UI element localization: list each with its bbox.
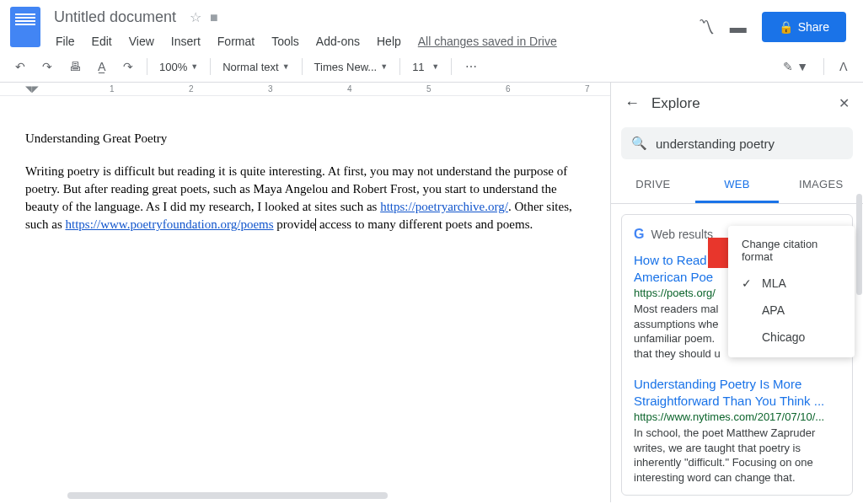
- font-size-dropdown[interactable]: 11▼: [407, 57, 444, 77]
- result-title[interactable]: Understanding Poetry Is More Straightfor…: [634, 376, 840, 409]
- move-folder-icon[interactable]: ■: [210, 10, 218, 25]
- tab-web[interactable]: WEB: [695, 168, 780, 203]
- menu-bar: File Edit View Insert Format Tools Add-o…: [49, 31, 698, 51]
- menu-addons[interactable]: Add-ons: [309, 31, 367, 51]
- doc-link-1[interactable]: https://poetryarchive.org/: [380, 200, 508, 213]
- menu-file[interactable]: File: [49, 31, 82, 51]
- document-title[interactable]: Untitled document: [49, 7, 181, 28]
- doc-heading[interactable]: Understanding Great Poetry: [25, 130, 585, 147]
- vertical-scrollbar[interactable]: [856, 194, 862, 295]
- document-area[interactable]: ◥◤ 1 2 3 4 5 6 7 Understanding Great Poe…: [0, 83, 610, 502]
- citation-option-chicago[interactable]: Chicago: [728, 324, 855, 351]
- explore-close-icon[interactable]: ✕: [839, 95, 850, 111]
- style-dropdown[interactable]: Normal text▼: [217, 57, 294, 77]
- tab-drive[interactable]: DRIVE: [611, 168, 695, 203]
- collapse-toolbar-button[interactable]: ᐱ: [833, 55, 855, 78]
- results-label: Web results: [651, 228, 713, 241]
- search-result[interactable]: Understanding Poetry Is More Straightfor…: [634, 376, 840, 485]
- edit-mode-button[interactable]: ✎ ▼: [776, 55, 815, 78]
- explore-panel: ← Explore ✕ 🔍 DRIVE WEB IMAGES G Web res…: [610, 83, 863, 502]
- doc-paragraph[interactable]: Writing poetry is difficult but reading …: [25, 163, 585, 233]
- menu-tools[interactable]: Tools: [265, 31, 306, 51]
- document-page[interactable]: Understanding Great Poetry Writing poetr…: [0, 96, 610, 267]
- explore-tabs: DRIVE WEB IMAGES: [611, 168, 863, 204]
- ruler[interactable]: ◥◤ 1 2 3 4 5 6 7: [0, 83, 610, 96]
- zoom-dropdown[interactable]: 100%▼: [154, 57, 203, 77]
- docs-app-icon[interactable]: [10, 7, 40, 47]
- share-button[interactable]: 🔒 Share: [762, 12, 846, 42]
- toolbar: ↶ ↷ 🖶 A̲ ↷ 100%▼ Normal text▼ Times New.…: [0, 51, 863, 83]
- doc-link-2[interactable]: https://www.poetryfoundation.org/poems: [66, 217, 274, 231]
- explore-title: Explore: [651, 95, 827, 112]
- search-icon: 🔍: [631, 136, 647, 151]
- redo-button[interactable]: ↷: [35, 55, 59, 78]
- spellcheck-button[interactable]: A̲: [91, 55, 113, 78]
- print-button[interactable]: 🖶: [62, 55, 88, 78]
- activity-trend-icon[interactable]: 〽: [698, 18, 715, 37]
- paint-format-button[interactable]: ↷: [116, 55, 140, 78]
- tab-images[interactable]: IMAGES: [779, 168, 863, 203]
- citation-format-menu: Change citation format MLA APA Chicago: [728, 226, 855, 357]
- menu-help[interactable]: Help: [370, 31, 408, 51]
- result-url: https://www.nytimes.com/2017/07/10/...: [634, 410, 840, 423]
- citation-menu-header: Change citation format: [728, 233, 855, 270]
- share-label: Share: [798, 20, 829, 34]
- explore-back-icon[interactable]: ←: [624, 94, 640, 112]
- menu-edit[interactable]: Edit: [85, 31, 119, 51]
- citation-option-apa[interactable]: APA: [728, 297, 855, 324]
- horizontal-scrollbar[interactable]: [67, 492, 388, 499]
- explore-search-input[interactable]: [656, 137, 843, 151]
- star-icon[interactable]: ☆: [190, 9, 201, 25]
- explore-search-box[interactable]: 🔍: [621, 127, 853, 159]
- save-status[interactable]: All changes saved in Drive: [411, 31, 564, 51]
- font-dropdown[interactable]: Times New...▼: [309, 57, 394, 77]
- menu-view[interactable]: View: [122, 31, 161, 51]
- comments-icon[interactable]: ▬: [730, 18, 747, 37]
- more-toolbar-button[interactable]: ⋯: [458, 55, 484, 78]
- citation-option-mla[interactable]: MLA: [728, 270, 855, 297]
- lock-icon: 🔒: [779, 20, 793, 34]
- result-snippet: In school, the poet Matthew Zapruder wri…: [634, 426, 840, 485]
- google-logo-icon: G: [634, 227, 644, 242]
- menu-insert[interactable]: Insert: [164, 31, 207, 51]
- undo-button[interactable]: ↶: [8, 55, 32, 78]
- menu-format[interactable]: Format: [211, 31, 261, 51]
